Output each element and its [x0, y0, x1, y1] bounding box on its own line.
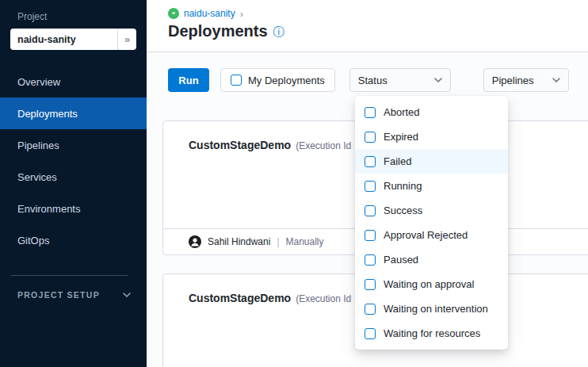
execution-id-text: (Execution Id [296, 140, 351, 151]
sidebar-item-services[interactable]: Services [0, 161, 147, 193]
status-filter-dropdown: Aborted Expired Failed Running Success A… [355, 96, 508, 350]
breadcrumb-separator-icon: › [240, 9, 243, 19]
status-option-label: Failed [384, 155, 411, 167]
sidebar-item-label: GitOps [17, 235, 49, 247]
run-button[interactable]: Run [168, 68, 209, 92]
pipeline-name: CustomStageDemo [189, 139, 291, 151]
checkbox-icon[interactable] [365, 254, 376, 266]
sidebar-item-label: Services [17, 171, 57, 183]
toolbar: Run My Deployments Status Pipelines [147, 52, 588, 92]
status-option-label: Success [384, 205, 422, 216]
chevron-down-icon [123, 292, 131, 297]
status-option-waiting-on-intervention[interactable]: Waiting on intervention [355, 296, 508, 321]
sidebar-item-pipelines[interactable]: Pipelines [0, 129, 147, 161]
checkbox-icon[interactable] [365, 205, 376, 216]
page-title: Deployments [168, 22, 268, 40]
pipelines-filter-select[interactable]: Pipelines [483, 68, 569, 92]
status-option-label: Paused [384, 254, 418, 266]
chevron-down-icon [552, 78, 560, 82]
my-deployments-toggle[interactable]: My Deployments [220, 68, 335, 92]
checkbox-icon[interactable] [365, 328, 376, 339]
status-option-aborted[interactable]: Aborted [355, 100, 508, 124]
status-option-approval-rejected[interactable]: Approval Rejected [355, 223, 508, 247]
status-option-paused[interactable]: Paused [355, 247, 508, 272]
my-deployments-label: My Deployments [248, 75, 325, 86]
status-option-success[interactable]: Success [355, 198, 508, 223]
status-option-label: Aborted [384, 106, 420, 118]
footer-separator: | [277, 236, 279, 247]
status-option-waiting-for-resources[interactable]: Waiting for resources [355, 321, 508, 346]
checkbox-icon[interactable] [365, 230, 376, 241]
title-row: Deployments ⓘ [168, 22, 588, 40]
status-option-label: Waiting on approval [384, 278, 474, 290]
checkbox-icon[interactable] [365, 181, 376, 192]
sidebar-item-label: Pipelines [17, 140, 59, 151]
status-option-failed[interactable]: Failed [355, 149, 508, 174]
checkbox-icon[interactable] [365, 156, 376, 167]
sidebar-item-overview[interactable]: Overview [0, 66, 147, 97]
info-icon[interactable]: ⓘ [273, 26, 284, 37]
project-label: Project [0, 11, 147, 22]
checkbox-icon[interactable] [365, 107, 376, 118]
sidebar-item-label: Environments [17, 203, 80, 215]
status-option-expired[interactable]: Expired [355, 124, 508, 149]
sidebar-item-deployments[interactable]: Deployments [0, 97, 147, 129]
sidebar: Project naidu-sanity » Overview Deployme… [0, 0, 147, 367]
app: Project naidu-sanity » Overview Deployme… [0, 0, 588, 367]
status-option-label: Waiting for resources [384, 327, 480, 339]
page-header: » naidu-sanity › Deployments ⓘ [147, 0, 588, 52]
double-chevron-icon[interactable]: » [117, 29, 136, 50]
sidebar-item-label: Deployments [17, 108, 78, 120]
trigger-type: Manually [286, 236, 324, 247]
checkbox-icon[interactable] [231, 75, 242, 86]
status-option-label: Expired [384, 131, 418, 143]
sidebar-nav: Overview Deployments Pipelines Services … [0, 66, 147, 256]
sidebar-item-gitops[interactable]: GitOps [0, 224, 147, 256]
project-selector[interactable]: naidu-sanity » [10, 29, 136, 50]
author-name: Sahil Hindwani [208, 236, 270, 247]
status-option-waiting-on-approval[interactable]: Waiting on approval [355, 272, 508, 296]
sidebar-item-label: Overview [17, 76, 60, 88]
pipeline-name: CustomStageDemo [189, 292, 291, 304]
avatar [189, 235, 201, 248]
status-option-running[interactable]: Running [355, 174, 508, 198]
project-setup-label: PROJECT SETUP [17, 290, 100, 300]
sidebar-divider [11, 275, 128, 276]
project-selector-value: naidu-sanity [10, 34, 117, 45]
status-option-label: Running [384, 180, 422, 192]
project-icon: » [168, 8, 179, 19]
sidebar-item-environments[interactable]: Environments [0, 193, 147, 224]
status-option-label: Approval Rejected [384, 229, 468, 241]
checkbox-icon[interactable] [365, 304, 376, 315]
checkbox-icon[interactable] [365, 132, 376, 143]
breadcrumb: » naidu-sanity › [168, 8, 588, 19]
execution-id-text: (Execution Id [296, 293, 351, 304]
status-filter-label: Status [358, 75, 388, 86]
status-filter-select[interactable]: Status [349, 68, 451, 92]
sidebar-item-project-setup[interactable]: PROJECT SETUP [0, 290, 147, 300]
chevron-down-icon [434, 78, 442, 82]
breadcrumb-project-link[interactable]: naidu-sanity [184, 8, 235, 19]
checkbox-icon[interactable] [365, 279, 376, 290]
pipelines-filter-label: Pipelines [492, 75, 534, 86]
status-option-label: Waiting on intervention [384, 303, 488, 315]
